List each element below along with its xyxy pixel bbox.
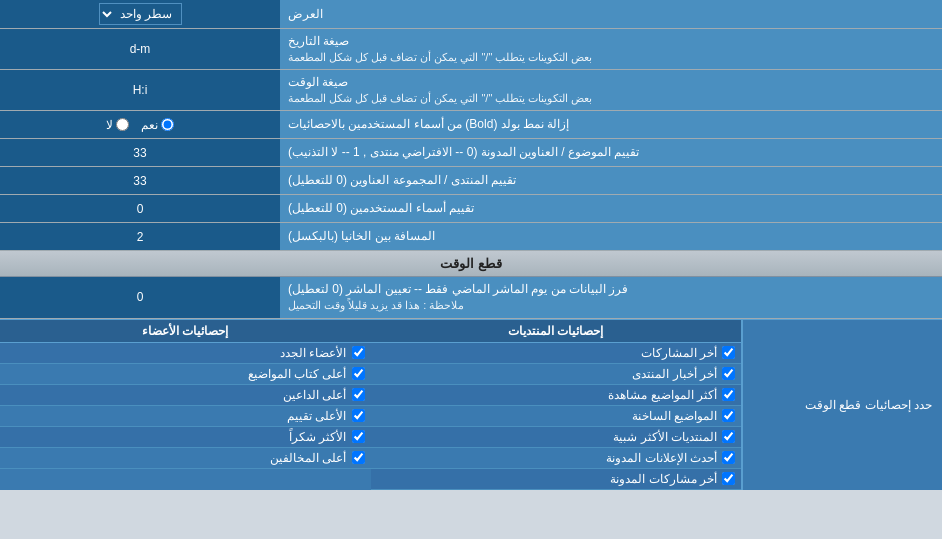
- user-names-label: تقييم أسماء المستخدمين (0 للتعطيل): [280, 195, 942, 222]
- cutoff-input-container: [0, 277, 280, 317]
- stat-item-4: المواضيع الساخنة: [371, 406, 742, 427]
- stat-member-checkbox-3[interactable]: [352, 388, 365, 401]
- topic-sort-label: تقييم الموضوع / العناوين المدونة (0 -- ا…: [280, 139, 942, 166]
- user-names-input-container: [0, 195, 280, 222]
- topic-sort-input-container: [0, 139, 280, 166]
- stat-member-checkbox-1[interactable]: [352, 346, 365, 359]
- time-format-input-container: [0, 70, 280, 110]
- stat-checkbox-7[interactable]: [722, 472, 735, 485]
- bold-no-radio[interactable]: [116, 118, 129, 131]
- stat-checkbox-2[interactable]: [722, 367, 735, 380]
- stat-item-5: المنتديات الأكثر شبية: [371, 427, 742, 448]
- stat-item-1: أخر المشاركات: [371, 343, 742, 364]
- gap-label: المسافة بين الخانيا (بالبكسل): [280, 223, 942, 250]
- col2-header: إحصائيات الأعضاء: [0, 320, 371, 343]
- stat-checkbox-3[interactable]: [722, 388, 735, 401]
- bold-yes-label[interactable]: نعم: [141, 118, 174, 132]
- stat-member-checkbox-6[interactable]: [352, 451, 365, 464]
- stat-member-item-4: الأعلى تقييم: [0, 406, 371, 427]
- stat-member-item-6: أعلى المخالفين: [0, 448, 371, 469]
- bold-yes-radio[interactable]: [161, 118, 174, 131]
- stat-member-checkbox-4[interactable]: [352, 409, 365, 422]
- stat-checkbox-6[interactable]: [722, 451, 735, 464]
- date-format-label: صيغة التاريخ بعض التكوينات يتطلب "/" الت…: [280, 29, 942, 69]
- time-format-label: صيغة الوقت بعض التكوينات يتطلب "/" التي …: [280, 70, 942, 110]
- stat-item-3: أكثر المواضيع مشاهدة: [371, 385, 742, 406]
- stat-member-item-3: أعلى الداعين: [0, 385, 371, 406]
- bold-names-radio-container: نعم لا: [0, 111, 280, 138]
- stat-member-checkbox-2[interactable]: [352, 367, 365, 380]
- topic-sort-input[interactable]: [6, 146, 274, 160]
- gap-input-container: [0, 223, 280, 250]
- display-select-container[interactable]: سطر واحد سطرين ثلاثة أسطر: [0, 0, 280, 28]
- cutoff-input[interactable]: [6, 290, 274, 304]
- forum-sort-label: تقييم المنتدى / المجموعة العناوين (0 للت…: [280, 167, 942, 194]
- time-format-input[interactable]: [6, 83, 274, 97]
- stat-item-7: أخر مشاركات المدونة: [371, 469, 742, 490]
- date-format-input-container: [0, 29, 280, 69]
- gap-input[interactable]: [6, 230, 274, 244]
- col1-header: إحصائيات المنتديات: [371, 320, 742, 343]
- display-label: العرض: [280, 0, 942, 28]
- cutoff-label: فرز البيانات من يوم الماشر الماضي فقط --…: [280, 277, 942, 317]
- bold-no-label[interactable]: لا: [106, 118, 129, 132]
- cutoff-section-header: قطع الوقت: [0, 251, 942, 277]
- stat-checkbox-4[interactable]: [722, 409, 735, 422]
- stat-checkbox-1[interactable]: [722, 346, 735, 359]
- stat-checkbox-5[interactable]: [722, 430, 735, 443]
- user-names-input[interactable]: [6, 202, 274, 216]
- date-format-input[interactable]: [6, 42, 274, 56]
- stat-item-6: أحدث الإعلانات المدونة: [371, 448, 742, 469]
- stat-member-checkbox-5[interactable]: [352, 430, 365, 443]
- stats-cutoff-label: حدد إحصائيات قطع الوقت: [742, 320, 942, 490]
- stat-member-item-1: الأعضاء الجدد: [0, 343, 371, 364]
- forum-sort-input-container: [0, 167, 280, 194]
- stat-member-item-2: أعلى كتاب المواضيع: [0, 364, 371, 385]
- bold-names-label: إزالة نمط بولد (Bold) من أسماء المستخدمي…: [280, 111, 942, 138]
- display-select[interactable]: سطر واحد سطرين ثلاثة أسطر: [99, 3, 182, 25]
- stat-member-item-5: الأكثر شكراً: [0, 427, 371, 448]
- forum-sort-input[interactable]: [6, 174, 274, 188]
- stat-item-2: أخر أخبار المنتدى: [371, 364, 742, 385]
